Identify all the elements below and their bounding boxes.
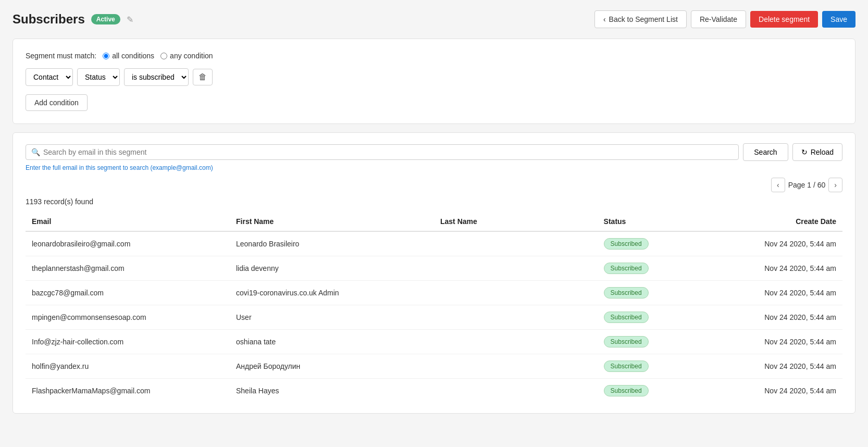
header-left: Subscribers Active ✎ [13, 12, 133, 27]
any-condition-label: any condition [170, 52, 213, 60]
col-header-email: Email [26, 212, 230, 231]
condition-field-select[interactable]: Status [77, 68, 120, 86]
table-row: theplannerstash@gmail.com lidia devenny … [26, 256, 842, 281]
status-badge: Subscribed [604, 361, 649, 372]
delete-segment-button[interactable]: Delete segment [750, 11, 818, 28]
header-right: ‹ Back to Segment List Re-Validate Delet… [594, 10, 855, 28]
condition-type-select[interactable]: Contact [26, 68, 73, 86]
pagination-row: ‹ Page 1 / 60 › [26, 178, 842, 192]
status-badge: Subscribed [604, 336, 649, 347]
back-button-label: Back to Segment List [609, 15, 678, 23]
table-body: leonardobrasileiro@gmail.com Leonardo Br… [26, 231, 842, 403]
cell-firstname: covi19-coronavirus.co.uk Admin [230, 281, 434, 305]
cell-firstname: Sheila Hayes [230, 379, 434, 403]
any-condition-radio-label[interactable]: any condition [160, 52, 213, 60]
delete-condition-button[interactable]: 🗑 [193, 69, 213, 85]
status-badge: Subscribed [604, 385, 649, 396]
cell-email: FlashpackerMamaMaps@gmail.com [26, 379, 230, 403]
edit-pencil-icon[interactable]: ✎ [127, 15, 133, 24]
col-header-lastname: Last Name [434, 212, 598, 231]
search-icon: 🔍 [31, 148, 40, 156]
page-header: Subscribers Active ✎ ‹ Back to Segment L… [13, 10, 855, 28]
cell-firstname: lidia devenny [230, 256, 434, 281]
search-hint: Enter the full email in this segment to … [26, 164, 842, 171]
col-header-status: Status [598, 212, 720, 231]
segment-must-match-label: Segment must match: [26, 52, 96, 60]
cell-lastname [434, 305, 598, 330]
records-count: 1193 record(s) found [26, 197, 842, 206]
cell-lastname [434, 330, 598, 354]
cell-status: Subscribed [598, 354, 720, 379]
cell-date: Nov 24 2020, 5:44 am [720, 281, 842, 305]
all-conditions-label: all conditions [112, 52, 154, 60]
revalidate-button[interactable]: Re-Validate [691, 10, 746, 28]
cell-email: bazcgc78@gmail.com [26, 281, 230, 305]
cell-date: Nov 24 2020, 5:44 am [720, 231, 842, 256]
col-header-date: Create Date [720, 212, 842, 231]
table-row: leonardobrasileiro@gmail.com Leonardo Br… [26, 231, 842, 256]
cell-firstname: User [230, 305, 434, 330]
save-button[interactable]: Save [822, 11, 855, 28]
cell-email: mpingen@commonsensesoap.com [26, 305, 230, 330]
conditions-match-row: Segment must match: all conditions any c… [26, 52, 842, 60]
table-row: FlashpackerMamaMaps@gmail.com Sheila Hay… [26, 379, 842, 403]
reload-button[interactable]: ↻ Reload [792, 143, 842, 161]
add-condition-button[interactable]: Add condition [26, 94, 88, 111]
status-badge: Subscribed [604, 312, 649, 323]
cell-lastname [434, 379, 598, 403]
search-button[interactable]: Search [743, 143, 788, 161]
condition-operator-select[interactable]: is subscribed [124, 68, 189, 86]
any-condition-radio[interactable] [160, 53, 167, 59]
cell-status: Subscribed [598, 305, 720, 330]
cell-lastname [434, 354, 598, 379]
cell-status: Subscribed [598, 379, 720, 403]
all-conditions-radio[interactable] [103, 53, 109, 59]
condition-row: Contact Status is subscribed 🗑 [26, 68, 842, 86]
page-container: Subscribers Active ✎ ‹ Back to Segment L… [0, 0, 868, 424]
table-row: mpingen@commonsensesoap.com User Subscri… [26, 305, 842, 330]
next-page-button[interactable]: › [828, 178, 842, 192]
cell-date: Nov 24 2020, 5:44 am [720, 354, 842, 379]
col-header-firstname: First Name [230, 212, 434, 231]
table-panel: 🔍 Search ↻ Reload Enter the full email i… [13, 132, 855, 414]
search-input-wrapper: 🔍 [26, 144, 739, 160]
table-row: bazcgc78@gmail.com covi19-coronavirus.co… [26, 281, 842, 305]
status-badge: Subscribed [604, 238, 649, 250]
all-conditions-radio-label[interactable]: all conditions [103, 52, 154, 60]
cell-email: leonardobrasileiro@gmail.com [26, 231, 230, 256]
cell-date: Nov 24 2020, 5:44 am [720, 305, 842, 330]
cell-firstname: Leonardo Brasileiro [230, 231, 434, 256]
table-row: holfin@yandex.ru Андрей Бородулин Subscr… [26, 354, 842, 379]
cell-status: Subscribed [598, 281, 720, 305]
cell-status: Subscribed [598, 330, 720, 354]
subscribers-table: Email First Name Last Name Status Create… [26, 212, 842, 403]
active-badge: Active [91, 14, 120, 24]
cell-email: theplannerstash@gmail.com [26, 256, 230, 281]
back-to-segment-list-button[interactable]: ‹ Back to Segment List [594, 10, 687, 28]
cell-email: holfin@yandex.ru [26, 354, 230, 379]
back-arrow-icon: ‹ [603, 15, 606, 23]
table-row: Info@zjz-hair-collection.com oshiana tat… [26, 330, 842, 354]
cell-lastname [434, 281, 598, 305]
cell-email: Info@zjz-hair-collection.com [26, 330, 230, 354]
cell-date: Nov 24 2020, 5:44 am [720, 256, 842, 281]
prev-page-button[interactable]: ‹ [771, 178, 785, 192]
cell-lastname [434, 231, 598, 256]
status-badge: Subscribed [604, 263, 649, 274]
table-header: Email First Name Last Name Status Create… [26, 212, 842, 231]
status-badge: Subscribed [604, 287, 649, 299]
cell-date: Nov 24 2020, 5:44 am [720, 330, 842, 354]
conditions-panel: Segment must match: all conditions any c… [13, 39, 855, 124]
cell-lastname [434, 256, 598, 281]
cell-firstname: oshiana tate [230, 330, 434, 354]
search-input[interactable] [43, 148, 733, 156]
cell-date: Nov 24 2020, 5:44 am [720, 379, 842, 403]
reload-label: Reload [811, 148, 834, 156]
search-row: 🔍 Search ↻ Reload [26, 143, 842, 161]
page-title: Subscribers [13, 12, 85, 27]
reload-icon: ↻ [801, 148, 808, 156]
cell-firstname: Андрей Бородулин [230, 354, 434, 379]
trash-icon: 🗑 [199, 72, 207, 81]
page-info: Page 1 / 60 [788, 181, 826, 189]
cell-status: Subscribed [598, 256, 720, 281]
